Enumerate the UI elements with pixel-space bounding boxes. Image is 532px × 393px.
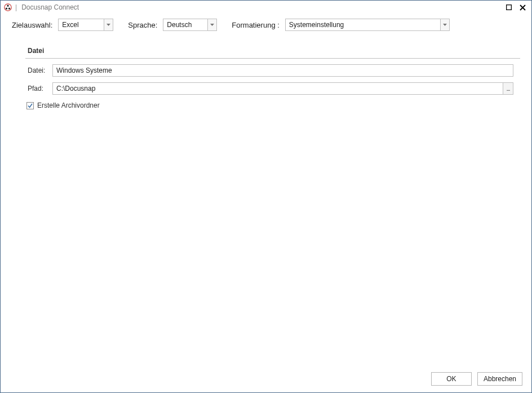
file-row: Datei: (25, 64, 513, 77)
target-label: Zielauswahl: (12, 21, 52, 29)
format-combobox-value: Systemeinstellung (286, 19, 440, 30)
path-input[interactable] (53, 83, 503, 94)
section-body: Datei Datei: Pfad: ... Erstelle Archivor… (1, 37, 531, 366)
format-label: Formatierung : (232, 21, 280, 29)
cancel-button[interactable]: Abbrechen (477, 372, 522, 386)
close-button[interactable] (516, 1, 529, 14)
app-icon (4, 3, 12, 11)
path-label: Pfad: (25, 85, 52, 92)
svg-rect-4 (507, 5, 512, 10)
svg-point-3 (8, 8, 10, 10)
maximize-button[interactable] (502, 1, 516, 14)
titlebar: | Docusnap Connect (1, 1, 531, 14)
footer: OK Abbrechen (1, 366, 531, 392)
svg-point-2 (6, 8, 7, 10)
title-separator: | (15, 4, 17, 11)
language-combobox-value: Deutsch (163, 19, 207, 30)
language-label: Sprache: (128, 21, 157, 29)
toolbar: Zielauswahl: Excel Sprache: Deutsch Form… (1, 14, 531, 37)
window: | Docusnap Connect Zielauswahl: Excel Sp… (0, 0, 532, 393)
svg-point-1 (7, 5, 8, 7)
chevron-down-icon[interactable] (104, 19, 113, 30)
window-title: Docusnap Connect (21, 3, 79, 11)
path-input-wrap: ... (52, 82, 513, 95)
archive-checkbox[interactable] (26, 102, 34, 109)
chevron-down-icon[interactable] (440, 19, 449, 30)
browse-button[interactable]: ... (503, 83, 513, 94)
target-combobox-value: Excel (59, 19, 104, 30)
target-combobox[interactable]: Excel (58, 19, 113, 31)
format-combobox[interactable]: Systemeinstellung (285, 19, 450, 31)
file-label: Datei: (25, 67, 52, 74)
chevron-down-icon[interactable] (207, 19, 216, 30)
section-header: Datei (25, 37, 520, 59)
archive-checkbox-row: Erstelle Archivordner (26, 101, 513, 109)
path-row: Pfad: ... (25, 82, 513, 95)
ok-button[interactable]: OK (431, 372, 472, 386)
file-input[interactable] (52, 64, 513, 77)
language-combobox[interactable]: Deutsch (163, 19, 217, 31)
archive-checkbox-label: Erstelle Archivordner (37, 101, 100, 109)
